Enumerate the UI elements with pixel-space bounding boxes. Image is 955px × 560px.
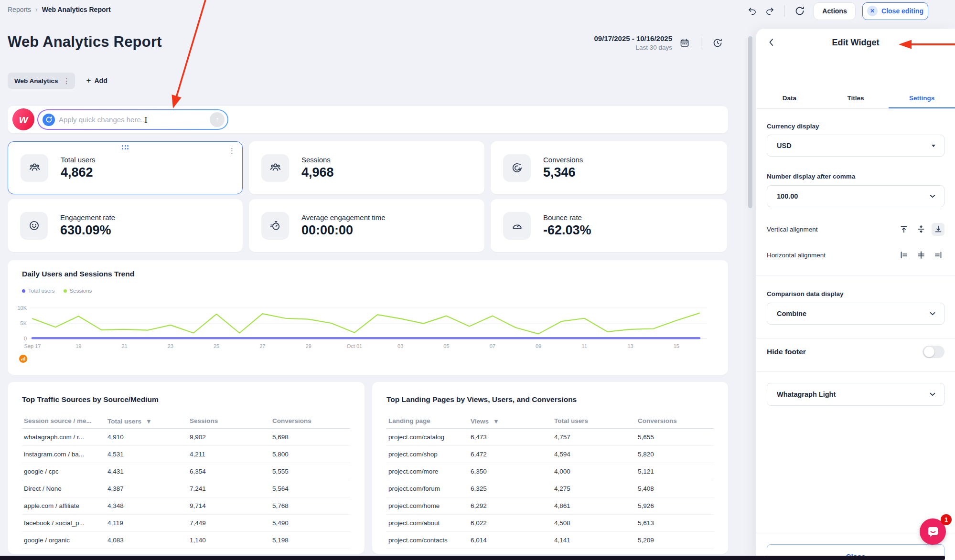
column-header-conversions[interactable]: Conversions xyxy=(636,417,714,424)
refresh-schedule-icon[interactable] xyxy=(711,37,724,49)
table-row[interactable]: project.com/about6,0224,5085,613 xyxy=(386,515,714,532)
table-widget-traffic-sources[interactable]: Top Traffic Sources by Source/MediumSess… xyxy=(8,382,365,554)
table-cell: 5,408 xyxy=(636,485,714,492)
hide-footer-toggle[interactable] xyxy=(923,346,944,358)
table-row[interactable]: project.com/home6,2924,8615,926 xyxy=(386,497,714,515)
tab-data[interactable]: Data xyxy=(756,90,823,108)
kpi-text: Bounce rate-62.03% xyxy=(543,213,591,238)
send-arrow-button[interactable]: ↑ xyxy=(210,112,225,127)
kpi-text: Sessions4,968 xyxy=(301,156,334,180)
actions-button[interactable]: Actions xyxy=(814,2,856,20)
table-header-row: Landing pageViews▾Total usersConversions xyxy=(386,413,714,429)
add-tab-button[interactable]: + Add xyxy=(86,76,107,85)
currency-select[interactable]: USD xyxy=(767,135,944,157)
column-header-sessions[interactable]: Sessions xyxy=(188,417,270,424)
x-tick-label: 19 xyxy=(75,343,81,349)
sort-desc-icon[interactable]: ▾ xyxy=(145,418,150,425)
table-cell: 6,325 xyxy=(469,485,552,492)
tab-web-analytics[interactable]: Web Analytics ⋮ xyxy=(8,73,75,89)
ai-quick-change-input[interactable] xyxy=(55,116,210,124)
y-tick-label: 5K xyxy=(21,320,27,326)
table-row[interactable]: project.com/shop6,4724,5945,820 xyxy=(386,446,714,463)
align-top-icon[interactable] xyxy=(897,223,910,236)
tab-settings[interactable]: Settings xyxy=(889,90,955,108)
kpi-kebab-icon[interactable]: ⋮ xyxy=(228,147,236,155)
align-left-icon[interactable] xyxy=(897,249,910,262)
table-cell: 4,387 xyxy=(106,485,188,492)
legend-item-sessions[interactable]: Sessions xyxy=(64,288,92,294)
date-range-text[interactable]: 09/17/2025 - 10/16/2025 Last 30 days xyxy=(594,34,672,51)
table-row[interactable]: whatagraph.com / r...4,9109,9025,698 xyxy=(22,429,350,446)
column-header-total-users[interactable]: Total users xyxy=(552,417,636,424)
kpi-value: -62.03% xyxy=(543,223,591,238)
currency-display-label: Currency display xyxy=(767,123,819,130)
panel-divider xyxy=(756,275,955,275)
kpi-card-average-engagement-time[interactable]: Average engagement time00:00:00 xyxy=(249,199,484,252)
tab-kebab-icon[interactable]: ⋮ xyxy=(63,77,70,85)
column-header-landing-page[interactable]: Landing page xyxy=(386,417,469,424)
table-cell: project.com/contacts xyxy=(386,537,469,544)
toolbar: Actions ✕ Close editing xyxy=(746,2,928,20)
kpi-card-sessions[interactable]: Sessions4,968 xyxy=(249,141,484,194)
column-header-total-users[interactable]: Total users▾ xyxy=(106,417,188,425)
ai-input-pill[interactable]: I ↑ xyxy=(37,109,228,130)
column-header-conversions[interactable]: Conversions xyxy=(270,417,350,424)
drag-handle-icon[interactable] xyxy=(122,145,129,149)
table-cell: 4,000 xyxy=(552,468,636,475)
theme-select[interactable]: Whatagraph Light xyxy=(767,383,944,406)
table-row[interactable]: google / cpc4,4316,3545,555 xyxy=(22,463,350,480)
kpi-text: Average engagement time00:00:00 xyxy=(301,213,386,238)
close-editing-button[interactable]: ✕ Close editing xyxy=(862,2,928,20)
comparison-select[interactable]: Combine xyxy=(767,303,944,325)
kpi-text: Total users4,862 xyxy=(61,156,96,180)
sort-desc-icon[interactable]: ▾ xyxy=(493,418,498,425)
redo-icon[interactable] xyxy=(763,5,776,17)
smiley-icon xyxy=(20,212,48,240)
table-row[interactable]: instagram.com / ba...4,5314,2115,800 xyxy=(22,446,350,463)
y-tick-label: 10K xyxy=(17,305,27,311)
bottom-strip xyxy=(0,556,945,560)
kpi-value: 630.09% xyxy=(60,223,115,238)
table-widget-landing-pages[interactable]: Top Landing Pages by Views, Users, and C… xyxy=(372,382,728,554)
kpi-card-conversions[interactable]: Conversions5,346 xyxy=(491,141,727,194)
kpi-card-bounce-rate[interactable]: Bounce rate-62.03% xyxy=(491,199,727,252)
table-row[interactable]: apple.com / affiliate4,3489,7145,768 xyxy=(22,497,350,515)
align-right-icon[interactable] xyxy=(932,249,944,262)
table-row[interactable]: project.com/contacts6,0144,1415,209 xyxy=(386,532,714,549)
hide-footer-row: Hide footer xyxy=(767,345,944,359)
undo-icon[interactable] xyxy=(746,5,759,17)
table-cell: 4,275 xyxy=(552,485,636,492)
table-cell: 7,449 xyxy=(188,519,270,527)
refresh-data-icon[interactable] xyxy=(794,5,806,17)
table-row[interactable]: facebook / social_p...4,1197,4495,490 xyxy=(22,515,350,532)
table-row[interactable]: project.com/more6,3504,0005,121 xyxy=(386,463,714,480)
table-cell: 5,490 xyxy=(270,519,350,527)
align-bottom-icon[interactable] xyxy=(932,223,944,236)
back-chevron-icon[interactable] xyxy=(769,38,773,48)
table-cell: project.com/more xyxy=(386,468,469,475)
calendar-icon[interactable] xyxy=(678,37,691,49)
number-display-select[interactable]: 100.00 xyxy=(767,185,944,207)
kpi-value: 00:00:00 xyxy=(301,223,386,238)
table-cell: 4,431 xyxy=(106,468,188,475)
align-center-icon[interactable] xyxy=(914,249,927,262)
users-icon xyxy=(21,154,48,182)
x-tick-label: 09 xyxy=(536,343,541,349)
kpi-card-engagement-rate[interactable]: Engagement rate630.09% xyxy=(8,199,243,252)
table-row[interactable]: google / organic4,0831,1405,198 xyxy=(22,532,350,549)
table-row[interactable]: project.com/catalog6,4734,7575,655 xyxy=(386,429,714,446)
table-row[interactable]: Direct / None4,3877,2415,564 xyxy=(22,480,350,497)
legend-item-total-users[interactable]: Total users xyxy=(22,288,55,294)
kpi-card-total-users[interactable]: ⋮Total users4,862 xyxy=(8,141,243,194)
trend-chart-widget[interactable]: Daily Users and Sessions Trend Total use… xyxy=(8,260,728,375)
column-header-session-source-me[interactable]: Session source / me... xyxy=(22,417,106,424)
align-middle-icon[interactable] xyxy=(914,223,927,236)
column-header-views[interactable]: Views▾ xyxy=(469,417,552,425)
kpi-value: 4,968 xyxy=(301,165,334,180)
plus-icon: + xyxy=(86,76,91,85)
table-row[interactable]: project.com/forum6,3254,2755,408 xyxy=(386,480,714,497)
main-scrollbar-thumb[interactable] xyxy=(748,36,752,208)
breadcrumb-reports[interactable]: Reports xyxy=(8,6,31,13)
tab-titles[interactable]: Titles xyxy=(823,90,889,108)
kpi-text: Engagement rate630.09% xyxy=(60,213,115,238)
